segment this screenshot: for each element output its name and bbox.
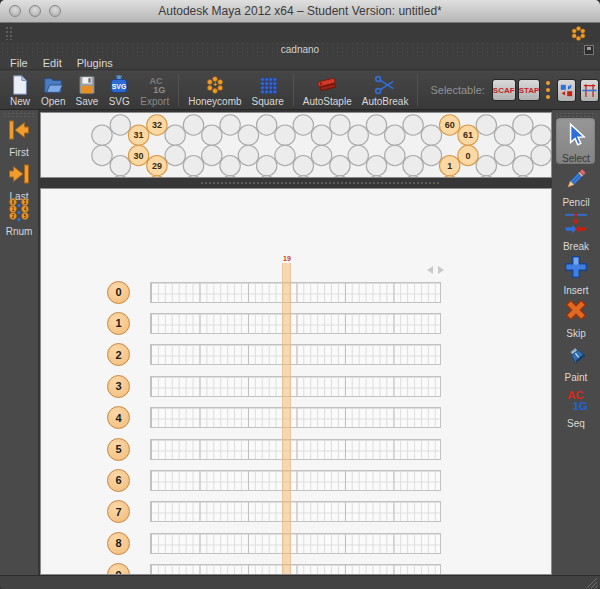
arrow-left-icon[interactable] — [427, 266, 433, 274]
slice-lattice-cell[interactable] — [311, 125, 331, 145]
slice-helix-partial[interactable] — [147, 176, 167, 177]
select-endpoints-button[interactable] — [557, 79, 576, 102]
path-helix-handle-2[interactable]: 2 — [107, 343, 130, 366]
break-tool-button[interactable]: Break — [552, 210, 600, 252]
slice-lattice-cell[interactable] — [293, 156, 313, 176]
slice-lattice-cell[interactable] — [257, 115, 277, 135]
path-helix-grid-5[interactable] — [150, 439, 441, 460]
drag-grip-icon[interactable] — [5, 26, 14, 40]
path-helix-grid-2[interactable] — [150, 344, 441, 365]
path-helix-grid-8[interactable] — [150, 533, 441, 554]
slice-lattice-cell[interactable] — [92, 145, 112, 165]
slice-lattice-cell[interactable] — [513, 156, 533, 176]
path-helix-handle-4[interactable]: 4 — [107, 406, 130, 429]
slice-lattice-cell[interactable] — [385, 145, 405, 165]
slice-lattice-cell[interactable] — [421, 125, 441, 145]
export-button[interactable]: AC1GExport — [135, 72, 174, 109]
path-helix-handle-5[interactable]: 5 — [107, 438, 130, 461]
path-helix-handle-9[interactable]: 9 — [107, 563, 130, 575]
menu-item-file[interactable]: File — [10, 57, 28, 69]
path-helix-grid-0[interactable] — [150, 282, 441, 303]
select-crossovers-button[interactable] — [580, 79, 599, 102]
slice-lattice-cell[interactable] — [238, 145, 258, 165]
path-helix-handle-1[interactable]: 1 — [107, 312, 130, 335]
last-button[interactable]: Last — [0, 162, 38, 202]
autobreak-button[interactable]: AutoBreak — [357, 72, 414, 109]
slice-view-panel[interactable]: 31303229601610 — [40, 112, 552, 178]
path-helix-grid-1[interactable] — [150, 313, 441, 334]
path-slider-bar[interactable] — [282, 263, 291, 575]
path-helix-grid-4[interactable] — [150, 407, 441, 428]
slice-lattice-cell[interactable] — [330, 156, 350, 176]
slice-lattice-cell[interactable] — [183, 176, 203, 177]
slice-lattice-cell[interactable] — [366, 115, 386, 135]
slice-lattice-cell[interactable] — [330, 176, 350, 177]
slice-lattice-cell[interactable] — [403, 115, 423, 135]
svg-button[interactable]: SVGSVG — [103, 72, 135, 109]
path-helix-grid-9[interactable] — [150, 564, 441, 575]
insert-tool-button[interactable]: Insert — [552, 254, 600, 296]
slice-lattice-cell[interactable] — [220, 176, 240, 177]
path-helix-handle-0[interactable]: 0 — [107, 281, 130, 304]
slice-lattice-cell[interactable] — [110, 176, 130, 177]
menu-item-edit[interactable]: Edit — [43, 57, 62, 69]
splitter-handle-icon[interactable] — [200, 181, 440, 185]
slice-lattice-cell[interactable] — [202, 125, 222, 145]
slice-lattice-cell[interactable] — [110, 115, 130, 135]
slice-lattice-cell[interactable] — [494, 145, 514, 165]
path-view-panel[interactable]: 012345678919 — [40, 188, 552, 575]
seq-tool-button[interactable]: AC1GSeq — [552, 387, 600, 429]
slice-lattice-cell[interactable] — [366, 156, 386, 176]
slice-lattice-cell[interactable] — [165, 125, 185, 145]
slice-lattice-cell[interactable] — [257, 176, 277, 177]
slice-lattice-cell[interactable] — [330, 115, 350, 135]
slice-lattice-cell[interactable] — [311, 145, 331, 165]
path-helix-handle-8[interactable]: 8 — [107, 532, 130, 555]
slice-lattice-cell[interactable] — [92, 125, 112, 145]
panel-splitter[interactable] — [40, 179, 552, 187]
selectable-stap-button[interactable]: STAP — [518, 79, 541, 101]
slice-lattice-cell[interactable] — [220, 115, 240, 135]
path-helix-grid-3[interactable] — [150, 376, 441, 397]
open-button[interactable]: Open — [36, 72, 70, 109]
path-helix-grid-7[interactable] — [150, 501, 441, 522]
slice-lattice-cell[interactable] — [110, 156, 130, 176]
pencil-tool-button[interactable]: Pencil — [552, 166, 600, 208]
resize-grip-icon[interactable] — [586, 577, 598, 589]
rnum-button[interactable]: 031425Rnum — [0, 197, 38, 237]
slice-lattice-cell[interactable] — [476, 115, 496, 135]
path-resize-arrows[interactable] — [427, 266, 444, 274]
path-helix-grid-6[interactable] — [150, 470, 441, 491]
slice-lattice-cell[interactable] — [513, 176, 533, 177]
slice-lattice-cell[interactable] — [293, 115, 313, 135]
path-helix-handle-3[interactable]: 3 — [107, 375, 130, 398]
select-tool-button[interactable]: Select — [552, 122, 600, 164]
selectable-scaf-button[interactable]: SCAF — [492, 79, 516, 101]
honeycomb-button[interactable]: +Honeycomb — [183, 72, 246, 109]
slice-lattice-cell[interactable] — [513, 115, 533, 135]
cadnano-dock-strip[interactable]: cadnano — [0, 42, 600, 56]
slice-lattice-cell[interactable] — [220, 156, 240, 176]
slice-lattice-cell[interactable] — [348, 125, 368, 145]
square-button[interactable]: Square — [247, 72, 289, 109]
slice-lattice-cell[interactable] — [531, 145, 551, 165]
path-helix-handle-6[interactable]: 6 — [107, 469, 130, 492]
slice-lattice-cell[interactable] — [403, 176, 423, 177]
menu-item-plugins[interactable]: Plugins — [77, 57, 113, 69]
slice-lattice-cell[interactable] — [421, 145, 441, 165]
arrow-right-icon[interactable] — [438, 266, 444, 274]
slice-lattice-cell[interactable] — [202, 145, 222, 165]
slice-lattice-cell[interactable] — [275, 145, 295, 165]
path-helix-handle-7[interactable]: 7 — [107, 500, 130, 523]
slice-lattice-cell[interactable] — [183, 115, 203, 135]
slice-lattice-cell[interactable] — [183, 156, 203, 176]
skip-tool-button[interactable]: Skip — [552, 297, 600, 339]
slice-lattice-cell[interactable] — [293, 176, 313, 177]
slice-lattice-cell[interactable] — [476, 156, 496, 176]
slice-lattice-cell[interactable] — [275, 125, 295, 145]
slice-helix-partial[interactable] — [440, 176, 460, 177]
slice-lattice-cell[interactable] — [385, 125, 405, 145]
autostaple-button[interactable]: AutoStaple — [298, 72, 357, 109]
new-button[interactable]: New — [4, 72, 36, 109]
first-button[interactable]: First — [0, 118, 38, 158]
